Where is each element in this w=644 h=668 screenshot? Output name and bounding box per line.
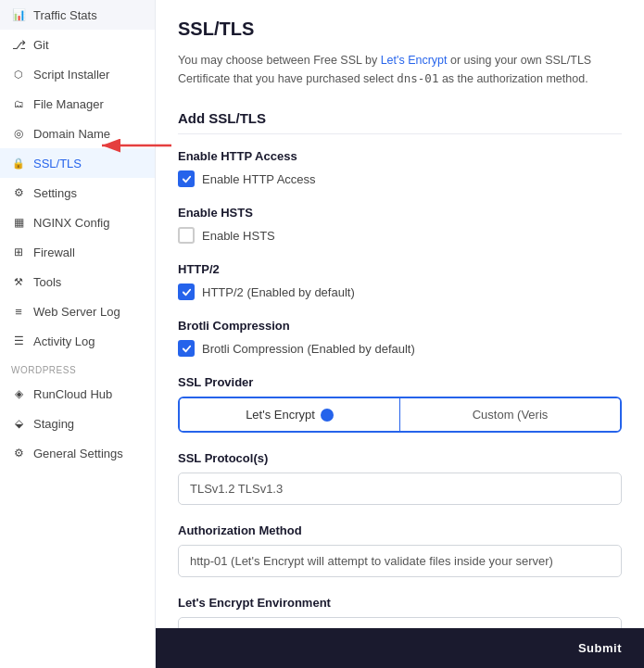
section-title: Add SSL/TLS (178, 110, 622, 134)
dns-code: dns-01 (397, 71, 438, 85)
hsts-checkbox-label: Enable HSTS (202, 229, 275, 243)
sidebar-item-traffic-stats[interactable]: Traffic Stats (0, 0, 155, 30)
http2-row: HTTP/2 (Enabled by default) (178, 284, 622, 300)
firewall-icon (11, 245, 26, 259)
hsts-row: Enable HSTS (178, 227, 622, 244)
main-content: SSL/TLS You may choose between Free SSL … (156, 0, 644, 668)
sidebar-label-ssl-tls: SSL/TLS (33, 157, 82, 170)
sidebar-item-activity-log[interactable]: Activity Log (0, 326, 155, 356)
sidebar-item-firewall[interactable]: Firewall (0, 237, 155, 267)
lets-encrypt-link[interactable]: Let's Encrypt (381, 54, 448, 67)
wordpress-section-label: WordPress (0, 356, 155, 379)
sidebar-label-settings: Settings (33, 186, 77, 200)
ssl-provider-label: SSL Provider (178, 375, 622, 389)
http2-label: HTTP/2 (178, 262, 622, 276)
sidebar-item-tools[interactable]: Tools (0, 267, 155, 296)
sidebar-item-runcloud-hub[interactable]: RunCloud Hub (0, 379, 155, 409)
sidebar-label-web-server-log: Web Server Log (33, 305, 120, 319)
script-icon (11, 67, 26, 82)
submit-bar: Submit (156, 628, 644, 668)
sidebar-label-staging: Staging (33, 417, 74, 431)
ssl-provider-group: SSL Provider Let's Encrypt Custom (Veris (178, 375, 622, 433)
sidebar-item-git[interactable]: Git (0, 30, 155, 59)
provider-custom[interactable]: Custom (Veris (400, 398, 620, 431)
sidebar-label-tools: Tools (33, 275, 61, 289)
http2-checkbox[interactable] (178, 284, 195, 300)
file-icon (11, 96, 26, 111)
ssl-icon (11, 156, 26, 170)
brotli-checkbox-label: Brotli Compression (Enabled by default) (202, 342, 415, 356)
desc-text-3: as the authorization method. (438, 72, 587, 85)
http-access-checkbox-label: Enable HTTP Access (202, 172, 316, 186)
brotli-group: Brotli Compression Brotli Compression (E… (178, 319, 622, 357)
http-access-label: Enable HTTP Access (178, 149, 622, 163)
ssl-protocols-group: SSL Protocol(s) TLSv1.2 TLSv1.3 (178, 451, 622, 505)
hsts-checkbox[interactable] (178, 227, 195, 244)
provider-lets-encrypt[interactable]: Let's Encrypt (180, 398, 399, 431)
sidebar: Traffic Stats Git Script Installer File … (0, 0, 156, 668)
sidebar-label-runcloud-hub: RunCloud Hub (33, 387, 112, 401)
red-arrow-indicator (93, 132, 176, 161)
provider-selected-dot (321, 409, 334, 422)
tools-icon (11, 274, 26, 289)
hsts-group: Enable HSTS Enable HSTS (178, 206, 622, 244)
actlog-icon (11, 334, 26, 348)
http-access-checkbox[interactable] (178, 170, 195, 187)
sidebar-label-script-installer: Script Installer (33, 68, 109, 82)
page-description: You may choose between Free SSL by Let's… (178, 51, 622, 88)
submit-button[interactable]: Submit (578, 641, 622, 655)
auth-method-field: http-01 (Let's Encrypt will attempt to v… (178, 545, 622, 577)
sidebar-item-settings[interactable]: Settings (0, 178, 155, 208)
desc-text-1: You may choose between Free SSL by (178, 54, 381, 67)
settings-icon (11, 185, 26, 200)
chart-icon (11, 7, 26, 22)
provider-custom-label: Custom (Veris (473, 408, 549, 422)
http-access-group: Enable HTTP Access Enable HTTP Access (178, 149, 622, 187)
gensettings-icon (11, 446, 26, 460)
content-area: SSL/TLS You may choose between Free SSL … (156, 0, 644, 668)
brotli-label: Brotli Compression (178, 319, 622, 333)
ssl-protocols-field: TLSv1.2 TLSv1.3 (178, 473, 622, 505)
hsts-label: Enable HSTS (178, 206, 622, 220)
hub-icon (11, 386, 26, 401)
ssl-provider-toggle: Let's Encrypt Custom (Veris (178, 397, 622, 433)
sidebar-item-staging[interactable]: Staging (0, 409, 155, 438)
http2-group: HTTP/2 HTTP/2 (Enabled by default) (178, 262, 622, 300)
domain-icon (11, 126, 26, 141)
http2-checkbox-label: HTTP/2 (Enabled by default) (202, 285, 355, 299)
ssl-protocols-label: SSL Protocol(s) (178, 451, 622, 465)
sidebar-item-script-installer[interactable]: Script Installer (0, 59, 155, 89)
brotli-checkbox[interactable] (178, 340, 195, 357)
http-access-row: Enable HTTP Access (178, 170, 622, 187)
sidebar-item-general-settings[interactable]: General Settings (0, 438, 155, 468)
sidebar-item-nginx-config[interactable]: NGINX Config (0, 208, 155, 237)
page-title: SSL/TLS (178, 19, 622, 40)
sidebar-label-firewall: Firewall (33, 246, 75, 259)
provider-lets-encrypt-label: Let's Encrypt (246, 408, 315, 422)
auth-method-label: Authorization Method (178, 523, 622, 537)
env-label: Let's Encrypt Environment (178, 596, 622, 610)
nginx-icon (11, 215, 26, 230)
brotli-row: Brotli Compression (Enabled by default) (178, 340, 622, 357)
sidebar-label-file-manager: File Manager (33, 97, 104, 111)
sidebar-item-file-manager[interactable]: File Manager (0, 89, 155, 119)
sidebar-label-general-settings: General Settings (33, 447, 123, 460)
sidebar-label-traffic-stats: Traffic Stats (33, 8, 97, 22)
staging-icon (11, 416, 26, 431)
sidebar-item-web-server-log[interactable]: Web Server Log (0, 296, 155, 326)
sidebar-label-git: Git (33, 38, 49, 52)
auth-method-group: Authorization Method http-01 (Let's Encr… (178, 523, 622, 577)
sidebar-label-nginx-config: NGINX Config (33, 216, 109, 230)
git-icon (11, 37, 26, 52)
weblog-icon (11, 304, 26, 319)
sidebar-label-activity-log: Activity Log (33, 334, 95, 348)
